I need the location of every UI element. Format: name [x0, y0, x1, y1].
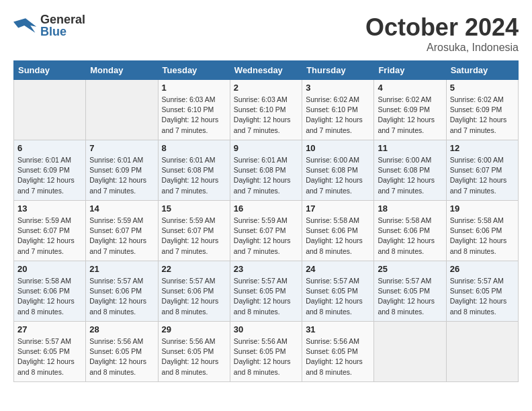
day-cell — [86, 80, 158, 140]
day-info: Sunrise: 5:59 AM Sunset: 6:07 PM Dayligh… — [89, 216, 154, 257]
day-info: Sunrise: 5:59 AM Sunset: 6:07 PM Dayligh… — [162, 216, 226, 257]
day-info: Sunrise: 6:00 AM Sunset: 6:08 PM Dayligh… — [306, 155, 370, 196]
day-cell: 7Sunrise: 6:01 AM Sunset: 6:09 PM Daylig… — [86, 140, 158, 201]
day-number: 6 — [17, 143, 82, 153]
day-number: 11 — [378, 143, 442, 153]
day-info: Sunrise: 5:58 AM Sunset: 6:06 PM Dayligh… — [17, 276, 82, 317]
day-number: 9 — [234, 143, 298, 153]
day-number: 27 — [17, 324, 82, 334]
day-cell: 5Sunrise: 6:02 AM Sunset: 6:09 PM Daylig… — [446, 80, 518, 140]
day-cell: 25Sunrise: 5:57 AM Sunset: 6:05 PM Dayli… — [374, 261, 446, 322]
day-number: 31 — [306, 324, 370, 334]
day-info: Sunrise: 6:01 AM Sunset: 6:09 PM Dayligh… — [17, 155, 82, 196]
day-number: 19 — [450, 203, 515, 214]
day-cell: 30Sunrise: 5:56 AM Sunset: 6:05 PM Dayli… — [230, 322, 302, 382]
day-number: 15 — [162, 203, 226, 214]
day-number: 14 — [89, 203, 154, 214]
day-number: 7 — [89, 143, 154, 153]
day-cell: 18Sunrise: 5:58 AM Sunset: 6:06 PM Dayli… — [374, 201, 446, 261]
day-cell: 2Sunrise: 6:03 AM Sunset: 6:10 PM Daylig… — [230, 80, 302, 140]
day-cell: 4Sunrise: 6:02 AM Sunset: 6:09 PM Daylig… — [374, 80, 446, 140]
weekday-header-wednesday: Wednesday — [230, 61, 302, 80]
logo: General Blue — [13, 13, 85, 38]
week-row-3: 13Sunrise: 5:59 AM Sunset: 6:07 PM Dayli… — [14, 201, 519, 261]
day-info: Sunrise: 5:56 AM Sunset: 6:05 PM Dayligh… — [306, 336, 370, 377]
day-info: Sunrise: 5:57 AM Sunset: 6:05 PM Dayligh… — [234, 276, 298, 317]
day-info: Sunrise: 6:02 AM Sunset: 6:10 PM Dayligh… — [306, 95, 370, 136]
day-info: Sunrise: 5:57 AM Sunset: 6:06 PM Dayligh… — [89, 276, 154, 317]
day-cell: 29Sunrise: 5:56 AM Sunset: 6:05 PM Dayli… — [158, 322, 230, 382]
day-number: 13 — [17, 203, 82, 214]
day-info: Sunrise: 5:57 AM Sunset: 6:05 PM Dayligh… — [306, 276, 370, 317]
day-cell: 14Sunrise: 5:59 AM Sunset: 6:07 PM Dayli… — [86, 201, 158, 261]
day-info: Sunrise: 6:02 AM Sunset: 6:09 PM Dayligh… — [450, 95, 515, 136]
day-number: 17 — [306, 203, 370, 214]
day-info: Sunrise: 5:57 AM Sunset: 6:05 PM Dayligh… — [450, 276, 515, 317]
day-number: 5 — [450, 83, 515, 93]
day-number: 10 — [306, 143, 370, 153]
day-info: Sunrise: 5:56 AM Sunset: 6:05 PM Dayligh… — [162, 336, 226, 377]
day-info: Sunrise: 5:57 AM Sunset: 6:06 PM Dayligh… — [162, 276, 226, 317]
day-cell: 19Sunrise: 5:58 AM Sunset: 6:06 PM Dayli… — [446, 201, 518, 261]
day-cell: 15Sunrise: 5:59 AM Sunset: 6:07 PM Dayli… — [158, 201, 230, 261]
week-row-5: 27Sunrise: 5:57 AM Sunset: 6:05 PM Dayli… — [14, 322, 519, 382]
day-cell: 13Sunrise: 5:59 AM Sunset: 6:07 PM Dayli… — [14, 201, 86, 261]
day-cell: 6Sunrise: 6:01 AM Sunset: 6:09 PM Daylig… — [14, 140, 86, 201]
logo-text: General Blue — [40, 13, 85, 38]
day-number: 4 — [378, 83, 442, 93]
day-cell: 10Sunrise: 6:00 AM Sunset: 6:08 PM Dayli… — [302, 140, 374, 201]
logo-icon — [13, 15, 38, 36]
calendar-table: SundayMondayTuesdayWednesdayThursdayFrid… — [13, 60, 519, 382]
day-info: Sunrise: 6:01 AM Sunset: 6:08 PM Dayligh… — [162, 155, 226, 196]
day-cell: 3Sunrise: 6:02 AM Sunset: 6:10 PM Daylig… — [302, 80, 374, 140]
day-info: Sunrise: 6:01 AM Sunset: 6:09 PM Dayligh… — [89, 155, 154, 196]
day-number: 26 — [450, 264, 515, 274]
day-number: 25 — [378, 264, 442, 274]
day-number: 21 — [89, 264, 154, 274]
day-number: 8 — [162, 143, 226, 153]
week-row-4: 20Sunrise: 5:58 AM Sunset: 6:06 PM Dayli… — [14, 261, 519, 322]
day-cell: 1Sunrise: 6:03 AM Sunset: 6:10 PM Daylig… — [158, 80, 230, 140]
weekday-header-row: SundayMondayTuesdayWednesdayThursdayFrid… — [14, 61, 519, 80]
day-info: Sunrise: 6:00 AM Sunset: 6:07 PM Dayligh… — [450, 155, 515, 196]
day-cell — [14, 80, 86, 140]
day-cell: 21Sunrise: 5:57 AM Sunset: 6:06 PM Dayli… — [86, 261, 158, 322]
day-info: Sunrise: 5:56 AM Sunset: 6:05 PM Dayligh… — [89, 336, 154, 377]
day-cell: 20Sunrise: 5:58 AM Sunset: 6:06 PM Dayli… — [14, 261, 86, 322]
day-number: 20 — [17, 264, 82, 274]
day-cell: 17Sunrise: 5:58 AM Sunset: 6:06 PM Dayli… — [302, 201, 374, 261]
day-info: Sunrise: 6:03 AM Sunset: 6:10 PM Dayligh… — [234, 95, 298, 136]
day-number: 1 — [162, 83, 226, 93]
day-info: Sunrise: 6:02 AM Sunset: 6:09 PM Dayligh… — [378, 95, 442, 136]
day-info: Sunrise: 5:56 AM Sunset: 6:05 PM Dayligh… — [234, 336, 298, 377]
weekday-header-friday: Friday — [374, 61, 446, 80]
day-number: 30 — [234, 324, 298, 334]
day-cell: 12Sunrise: 6:00 AM Sunset: 6:07 PM Dayli… — [446, 140, 518, 201]
title-block: October 2024 Arosuka, Indonesia — [365, 13, 519, 54]
svg-marker-0 — [13, 18, 36, 33]
day-cell: 11Sunrise: 6:00 AM Sunset: 6:08 PM Dayli… — [374, 140, 446, 201]
day-cell: 26Sunrise: 5:57 AM Sunset: 6:05 PM Dayli… — [446, 261, 518, 322]
day-number: 3 — [306, 83, 370, 93]
day-cell: 9Sunrise: 6:01 AM Sunset: 6:08 PM Daylig… — [230, 140, 302, 201]
day-cell: 28Sunrise: 5:56 AM Sunset: 6:05 PM Dayli… — [86, 322, 158, 382]
day-cell: 24Sunrise: 5:57 AM Sunset: 6:05 PM Dayli… — [302, 261, 374, 322]
day-number: 29 — [162, 324, 226, 334]
day-cell: 31Sunrise: 5:56 AM Sunset: 6:05 PM Dayli… — [302, 322, 374, 382]
day-number: 22 — [162, 264, 226, 274]
day-number: 2 — [234, 83, 298, 93]
day-info: Sunrise: 6:01 AM Sunset: 6:08 PM Dayligh… — [234, 155, 298, 196]
day-number: 12 — [450, 143, 515, 153]
day-cell: 16Sunrise: 5:59 AM Sunset: 6:07 PM Dayli… — [230, 201, 302, 261]
day-cell: 23Sunrise: 5:57 AM Sunset: 6:05 PM Dayli… — [230, 261, 302, 322]
day-info: Sunrise: 5:57 AM Sunset: 6:05 PM Dayligh… — [17, 336, 82, 377]
day-cell: 8Sunrise: 6:01 AM Sunset: 6:08 PM Daylig… — [158, 140, 230, 201]
day-info: Sunrise: 6:03 AM Sunset: 6:10 PM Dayligh… — [162, 95, 226, 136]
day-info: Sunrise: 5:57 AM Sunset: 6:05 PM Dayligh… — [378, 276, 442, 317]
day-number: 28 — [89, 324, 154, 334]
weekday-header-saturday: Saturday — [446, 61, 518, 80]
month-title: October 2024 — [365, 13, 519, 42]
day-info: Sunrise: 5:58 AM Sunset: 6:06 PM Dayligh… — [378, 216, 442, 257]
day-info: Sunrise: 5:58 AM Sunset: 6:06 PM Dayligh… — [450, 216, 515, 257]
weekday-header-tuesday: Tuesday — [158, 61, 230, 80]
